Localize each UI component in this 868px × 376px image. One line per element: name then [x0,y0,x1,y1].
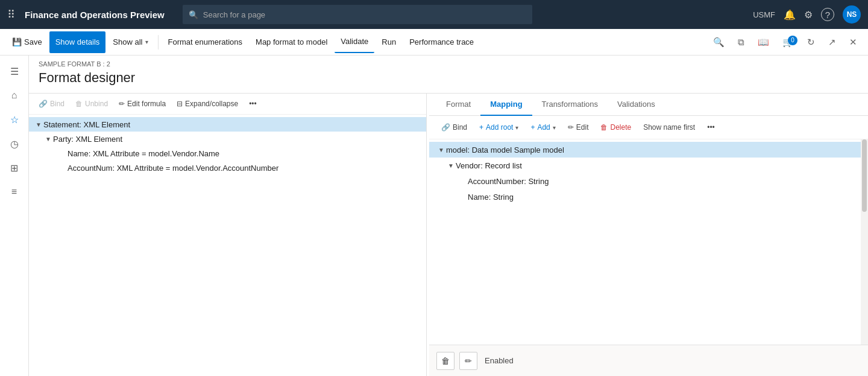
bottom-edit-button[interactable]: ✏ [459,352,477,370]
nav-right-area: USMF 🔔 ⚙ ? NS [753,5,861,24]
tree-toggle [58,148,68,158]
sidebar-item-menu[interactable]: ☰ [4,60,25,82]
tree-item-label: Name: XML Attribute = model.Vendor.Name [68,149,219,158]
search-input[interactable] [203,10,526,19]
mapping-item-label: Name: String [468,193,514,202]
share-button[interactable]: ↗ [823,33,841,51]
tree-item[interactable]: ▼ Party: XML Element [29,132,426,146]
show-all-dropdown-arrow: ▾ [145,39,148,45]
link-icon: 🔗 [39,100,48,108]
show-details-button[interactable]: Show details [49,31,106,53]
sidebar-item-recent[interactable]: ◷ [4,133,25,155]
tree-item[interactable]: AccountNum: XML Attribute = model.Vendor… [29,161,426,175]
performance-trace-button[interactable]: Performance trace [403,31,480,53]
tree-item[interactable]: Name: XML Attribute = model.Vendor.Name [29,146,426,161]
help-icon[interactable]: ? [821,8,834,21]
edit-formula-icon: ✏ [119,100,125,108]
add-plus-icon: + [530,123,535,132]
env-label: USMF [753,10,775,19]
mapping-item[interactable]: ▼ Vendor: Record list [429,158,868,173]
tree-item-label: Party: XML Element [53,135,122,144]
mapping-tree-toggle [458,176,468,186]
left-panel-more-button[interactable]: ••• [244,97,262,110]
bottom-delete-button[interactable]: 🗑 [436,352,454,370]
left-panel-toolbar: 🔗 Bind 🗑 Unbind ✏ Edit formula ⊟ Expand/… [29,94,426,115]
search-toolbar-icon[interactable]: 🔍 [708,33,729,51]
top-navigation: ⠿ Finance and Operations Preview 🔍 USMF … [0,0,868,29]
mapping-bind-button[interactable]: 🔗 Bind [436,121,472,134]
show-name-first-button[interactable]: Show name first [638,121,700,134]
sidebar-item-all[interactable]: ≡ [4,181,25,203]
map-format-to-model-button[interactable]: Map format to model [250,31,333,53]
refresh-button[interactable]: ↻ [802,33,820,51]
mapping-item[interactable]: ▼ model: Data model Sample model [429,142,868,158]
left-sidebar: ☰ ⌂ ☆ ◷ ⊞ ≡ [0,56,29,376]
save-icon: 💾 [12,37,22,46]
tree-item[interactable]: ▼ Statement: XML Element [29,117,426,132]
sidebar-item-favorites[interactable]: ☆ [4,109,25,130]
tree-toggle [58,163,68,173]
add-root-arrow: ▾ [515,124,518,131]
app-layout: ☰ ⌂ ☆ ◷ ⊞ ≡ SAMPLE FORMAT B : 2 Format d… [0,56,868,376]
edit-formula-button[interactable]: ✏ Edit formula [114,97,171,110]
mapping-tree-toggle: ▼ [446,161,456,170]
delete-button[interactable]: 🗑 Delete [596,121,636,134]
expand-collapse-button[interactable]: ⊟ Expand/collapse [172,97,243,110]
left-panel: 🔗 Bind 🗑 Unbind ✏ Edit formula ⊟ Expand/… [29,94,427,376]
avatar[interactable]: NS [843,5,861,24]
cart-badge: 0 [788,36,797,45]
validate-button[interactable]: Validate [335,31,374,53]
add-root-button[interactable]: + Add root ▾ [474,121,523,134]
breadcrumb-area: SAMPLE FORMAT B : 2 Format designer [29,56,868,93]
cart-button[interactable]: 🛒0 [778,33,799,51]
tree-toggle: ▼ [34,119,43,129]
mapping-item-label: AccountNumber: String [468,177,549,186]
sidebar-item-workspaces[interactable]: ⊞ [4,157,25,179]
mapping-tree-toggle [458,192,468,202]
tab-format[interactable]: Format [436,94,480,116]
tree-item-label: Statement: XML Element [43,120,130,129]
search-box[interactable]: 🔍 [183,5,532,24]
mapping-tree: ▼ model: Data model Sample model ▼ Vendo… [429,139,868,345]
bind-button[interactable]: 🔗 Bind [34,97,69,110]
tab-validations[interactable]: Validations [608,94,665,116]
bottom-panel: 🗑 ✏ Enabled [429,345,868,376]
secondary-toolbar: 💾 Save Show details Show all ▾ Format en… [0,29,868,56]
delete-trash-icon: 🗑 [600,123,608,132]
scrollbar-area[interactable] [861,139,868,345]
run-button[interactable]: Run [376,31,402,53]
designer-content: 🔗 Bind 🗑 Unbind ✏ Edit formula ⊟ Expand/… [29,93,868,376]
expand-icon: ⊟ [177,100,183,108]
save-button[interactable]: 💾 Save [6,31,48,53]
add-arrow: ▾ [553,124,556,131]
search-icon: 🔍 [189,10,198,19]
tab-mapping[interactable]: Mapping [480,94,532,116]
main-content: SAMPLE FORMAT B : 2 Format designer 🔗 Bi… [29,56,868,376]
show-all-button[interactable]: Show all ▾ [107,31,154,53]
toolbar-separator-1 [158,35,159,49]
right-panel: Format Mapping Transformations Validatio… [429,94,868,376]
format-enumerations-button[interactable]: Format enumerations [162,31,249,53]
enabled-label: Enabled [485,356,514,365]
settings-icon[interactable]: ⚙ [804,9,813,21]
bottom-pencil-icon: ✏ [465,356,472,366]
mapping-link-icon: 🔗 [441,123,450,132]
mapping-item[interactable]: Name: String [429,189,868,205]
puzzle-icon-button[interactable]: ⧉ [733,33,749,51]
add-button[interactable]: + Add ▾ [526,121,560,134]
book-icon-button[interactable]: 📖 [753,33,774,51]
edit-button[interactable]: ✏ Edit [563,121,594,134]
bell-icon[interactable]: 🔔 [784,9,796,21]
mapping-more-button[interactable]: ••• [702,121,720,134]
tree-toggle: ▼ [43,134,53,144]
mapping-item[interactable]: AccountNumber: String [429,173,868,189]
trash-icon: 🗑 [75,100,83,108]
app-title: Finance and Operations Preview [25,10,165,20]
grid-icon[interactable]: ⠿ [7,8,15,21]
scrollbar-thumb [862,139,867,212]
sidebar-item-home[interactable]: ⌂ [4,84,25,106]
unbind-button[interactable]: 🗑 Unbind [71,97,113,110]
tab-transformations[interactable]: Transformations [532,94,608,116]
mapping-tree-toggle: ▼ [436,145,446,155]
close-button[interactable]: ✕ [844,33,862,51]
